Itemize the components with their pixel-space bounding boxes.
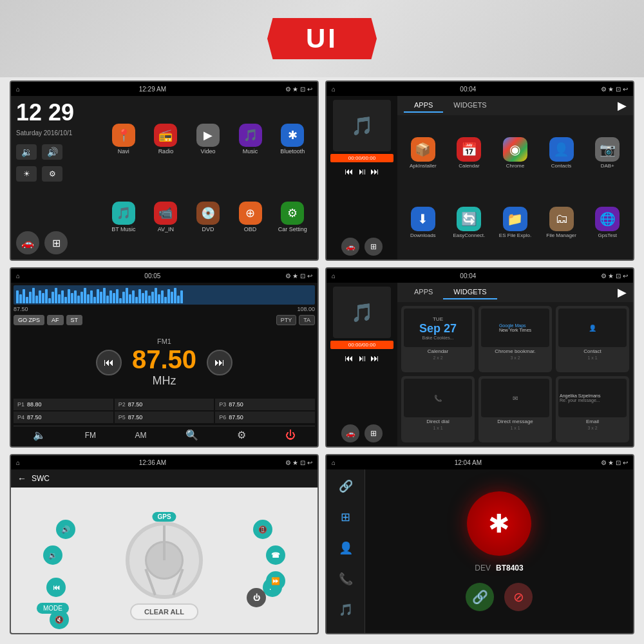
bt-phone-icon[interactable]: 📞 [334,567,357,591]
app-obd[interactable]: ⊕ OBD [231,179,270,254]
radio-settings-btn[interactable]: ⚙ [237,429,246,441]
radio-power-btn[interactable]: ⏻ [285,430,296,441]
preset-4[interactable]: P4 87.50 [14,412,113,423]
widget-calendar[interactable]: TUE Sep 27 Bake Cookies... Calendar 2 x … [401,306,475,372]
ta-btn[interactable]: TA [299,315,315,325]
prev-btn[interactable]: ⏮ [345,166,354,176]
app-video[interactable]: ▶ Video [188,101,228,176]
pty-btn[interactable]: PTY [276,315,297,325]
bt-connect-btn[interactable]: 🔗 [466,583,494,611]
apps-btn-2[interactable]: ⊞ [365,238,383,256]
app-dvd[interactable]: 💿 DVD [188,179,228,254]
preset-num-2: P2 [118,401,126,408]
apps-btn[interactable]: ⊞ [44,231,68,254]
esfile-label: ES File Explo. [499,232,531,238]
preset-3[interactable]: P3 87.50 [215,399,315,410]
vol-down-btn[interactable]: 🔉 [16,144,37,160]
preset-num-1: P1 [17,401,24,408]
vol-up-btn[interactable]: 🔊 [42,144,62,160]
preset-1[interactable]: P1 88.80 [14,399,113,410]
app-bluetooth[interactable]: ✱ Bluetooth [272,101,312,176]
clear-all-btn[interactable]: CLEAR ALL [130,603,198,620]
radio-fm-btn[interactable]: FM [85,431,96,440]
next-btn-2[interactable]: ⏭ [370,353,379,363]
widget-directmessage[interactable]: ✉ Direct message 1 x 1 [478,376,552,442]
answer-call-btn[interactable]: ☎ [266,545,285,565]
prev-btn-2[interactable]: ⏮ [345,353,354,363]
tab-widgets-2[interactable]: WIDGETS [443,285,497,299]
radio-vol-btn[interactable]: 🔈 [33,429,46,441]
bt-music-icon[interactable]: 🎵 [334,598,357,621]
preset-5[interactable]: P5 87.50 [115,412,214,423]
widget-contact[interactable]: 👤 Contact 1 x 1 [556,306,629,372]
app-btmusic[interactable]: 🎵 BT Music [104,179,144,254]
car-btn[interactable]: 🚗 [16,231,39,254]
app-filemanager[interactable]: 🗂 File Manager [540,189,583,256]
radio-search-btn[interactable]: 🔍 [185,429,198,441]
settings-btn[interactable]: ⚙ [42,166,62,182]
widget-email[interactable]: Angelika Szpelmans Re: your message... E… [556,376,629,442]
dvd-label: DVD [202,226,214,232]
play-btn[interactable]: ⏯ [357,166,366,176]
radio-prev-btn[interactable]: ⏮ [96,350,122,375]
play-btn-2[interactable]: ⏯ [357,353,366,363]
next-btn[interactable]: ⏭ [370,166,379,176]
reject-call-btn[interactable]: 📵 [253,520,272,539]
prev-swc-btn[interactable]: ⏮ [46,578,66,597]
bt-contact-icon[interactable]: 👤 [334,536,357,560]
app-radio[interactable]: 📻 Radio [146,101,186,176]
app-chrome[interactable]: ◉ Chrome [493,119,537,186]
app-calendar[interactable]: 📅 Calendar [448,119,491,186]
apps-btn-4[interactable]: ⊞ [365,424,383,442]
vol-down-swc-btn[interactable]: 🔉 [43,545,62,565]
app-easyconnect[interactable]: 🔄 EasyConnect. [448,189,491,256]
status-right-5: ⚙ ★ ⊡ ↩ [285,459,312,466]
bt-link-icon[interactable]: 🔗 [334,475,357,498]
app-avin[interactable]: 📹 AV_IN [146,179,186,254]
bt-disconnect-btn[interactable]: ⊘ [504,583,533,611]
app-apkinstaller[interactable]: 📦 ApkInstaller [401,119,445,186]
widget-chrome-bookmarks[interactable]: Google Maps New York Times Chrome bookma… [478,306,552,372]
preset-6[interactable]: P6 87.50 [215,412,315,423]
dvd-icon: 💿 [196,202,220,225]
preset-2[interactable]: P2 87.50 [115,399,214,410]
widget-directdial[interactable]: 📞 Direct dial 1 x 1 [401,376,475,442]
bt-grid-icon[interactable]: ⊞ [334,506,357,529]
power-swc-btn[interactable]: ⏻ [247,588,266,607]
app-dab[interactable]: 📷 DAB+ [585,119,629,186]
app-music[interactable]: 🎵 Music [231,101,270,176]
app-esfile[interactable]: 📁 ES File Explo. [493,189,537,256]
radio-mode-buttons: GO ZPS AF ST PTY TA [14,315,315,325]
swc-back-btn[interactable]: ← [17,473,26,484]
bt-power-circle[interactable]: ✱ [467,491,531,556]
play-store-icon-2[interactable]: ▶ [618,285,627,299]
st-btn[interactable]: ST [66,315,83,325]
status-bar-2: ⌂ 00:04 ⚙ ★ ⊡ ↩ [327,82,633,96]
home-apps-grid: 📍 Navi 📻 Radio ▶ Video 🎵 Music ✱ Bl [101,96,317,260]
tab-widgets[interactable]: WIDGETS [443,99,497,113]
mode-btn[interactable]: MODE [37,603,69,614]
radio-am-btn[interactable]: AM [135,431,146,440]
home-btn-4[interactable]: 🚗 [341,424,359,442]
easyconnect-icon: 🔄 [457,207,481,231]
status-time-6: 12:04 AM [455,459,482,466]
forward-btn[interactable]: ⏩ [266,571,285,591]
app-navi[interactable]: 📍 Navi [104,101,144,176]
app-downloads[interactable]: ⬇ Downloads [401,189,445,256]
email-widget-preview: Angelika Szpelmans Re: your message... [558,379,627,417]
af-btn[interactable]: AF [47,315,64,325]
app-carsetting[interactable]: ⚙ Car Setting [272,179,312,254]
play-store-icon[interactable]: ▶ [618,99,627,113]
home-btn-2[interactable]: 🚗 [341,238,359,256]
brightness-btn[interactable]: ☀ [16,166,37,182]
app-contacts[interactable]: 👤 Contacts [540,119,583,186]
gps-btn[interactable]: GPS [152,512,176,522]
date-display: Saturday 2016/10/1 [16,129,96,137]
tab-apps-2[interactable]: APPS [404,285,443,299]
vol-up-swc-btn[interactable]: 🔊 [56,520,75,539]
freq-max: 108.00 [297,306,315,312]
app-gpstest[interactable]: 🌐 GpsTest [585,189,629,256]
tab-apps[interactable]: APPS [404,99,443,113]
go-zps-btn[interactable]: GO ZPS [14,315,44,325]
radio-next-btn[interactable]: ⏭ [207,350,232,375]
